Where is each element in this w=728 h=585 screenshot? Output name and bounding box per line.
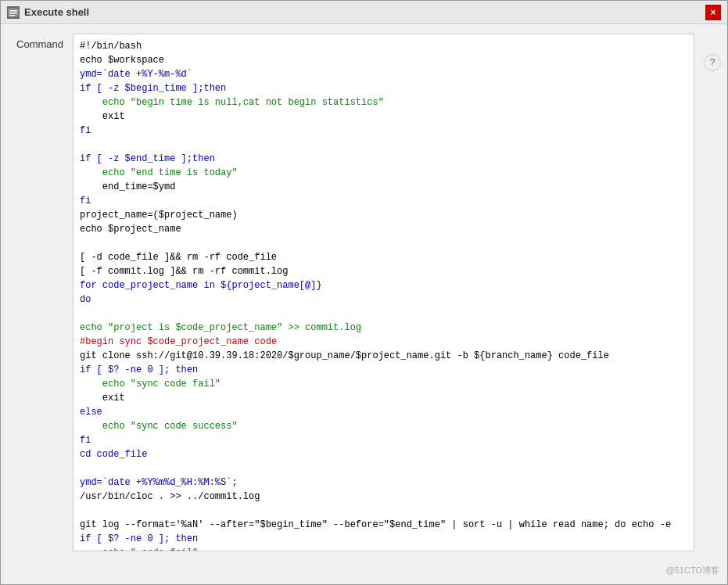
watermark: @51CTO博客: [666, 565, 719, 576]
code-line: [80, 307, 687, 321]
svg-rect-1: [9, 10, 17, 12]
code-line: exit: [80, 109, 687, 124]
code-line: [80, 138, 687, 152]
code-line: echo "begin time is null,cat not begin s…: [80, 95, 687, 109]
code-line: echo $project_name: [80, 222, 687, 236]
code-line: project_name=($project_name): [80, 208, 687, 222]
code-line: end_time=$ymd: [80, 180, 687, 194]
code-line: echo $workspace: [80, 53, 687, 67]
code-line: fi: [80, 124, 687, 138]
svg-rect-3: [9, 15, 15, 16]
code-line: ymd=`date +%Y%m%d_%H:%M:%S`;: [80, 476, 687, 490]
code-line: if [ $? -ne 0 ]; then: [80, 363, 687, 377]
code-line: echo "sync code success": [80, 419, 687, 433]
svg-rect-2: [9, 13, 17, 14]
code-line: #!/bin/bash: [80, 39, 687, 53]
code-line: git log --format='%aN' --after="$begin_t…: [80, 518, 687, 532]
window-title: Execute shell: [24, 6, 89, 18]
window-icon: [7, 6, 20, 19]
code-line: [80, 236, 687, 250]
main-window: Execute shell × ? Command #!/bin/bashech…: [0, 0, 728, 585]
code-line: if [ -z $begin_time ];then: [80, 81, 687, 95]
command-label: Command: [10, 34, 73, 551]
code-line: exit: [80, 391, 687, 405]
code-line: [ -d code_file ]&& rm -rf code_file: [80, 250, 687, 264]
code-line: cd code_file: [80, 447, 687, 461]
code-line: if [ $? -ne 0 ]; then: [80, 532, 687, 546]
help-button[interactable]: ?: [704, 54, 721, 71]
code-line: else: [80, 405, 687, 419]
code-editor[interactable]: #!/bin/bashecho $workspaceymd=`date +%Y-…: [73, 34, 694, 551]
code-line: [80, 504, 687, 518]
content-area: Command #!/bin/bashecho $workspaceymd=`d…: [1, 24, 727, 561]
code-line: [ -f commit.log ]&& rm -rf commit.log: [80, 264, 687, 278]
code-line: fi: [80, 433, 687, 447]
code-line: #begin sync $code_project_name code: [80, 335, 687, 349]
code-line: echo "end time is today": [80, 166, 687, 180]
code-line: /usr/bin/cloc . >> ../commit.log: [80, 490, 687, 504]
title-bar: Execute shell ×: [1, 1, 727, 24]
code-line: [80, 461, 687, 476]
close-button[interactable]: ×: [705, 5, 721, 20]
code-line: do: [80, 292, 687, 307]
code-line: git clone ssh://git@10.39.39.18:2020/$gr…: [80, 349, 687, 363]
code-line: ymd=`date +%Y-%m-%d`: [80, 67, 687, 81]
code-line: for code_project_name in ${project_name[…: [80, 278, 687, 292]
code-line: fi: [80, 194, 687, 208]
code-line: echo "project is $code_project_name" >> …: [80, 321, 687, 335]
code-line: echo " code fail": [80, 546, 687, 551]
code-line: if [ -z $end_time ];then: [80, 152, 687, 166]
code-line: echo "sync code fail": [80, 377, 687, 391]
